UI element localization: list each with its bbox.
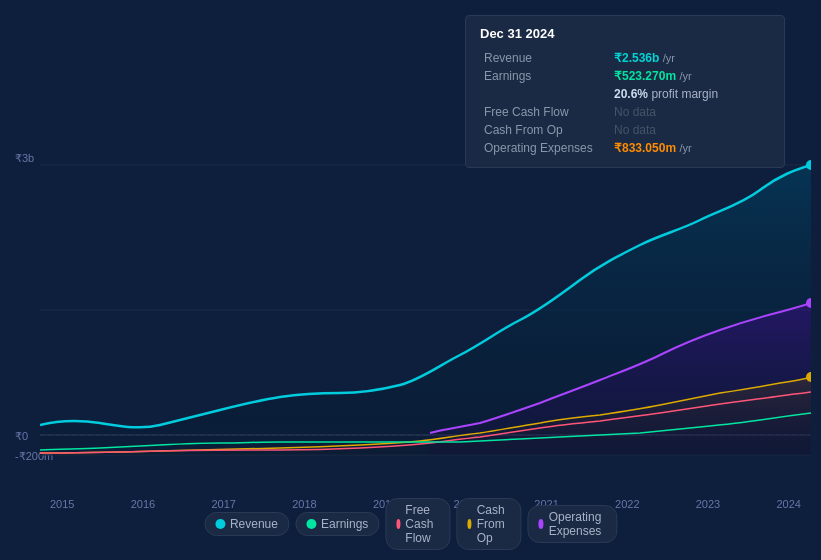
fcf-row: Free Cash Flow No data	[480, 103, 770, 121]
x-label-2023: 2023	[696, 498, 720, 510]
x-label-2024: 2024	[776, 498, 800, 510]
revenue-row: Revenue ₹2.536b /yr	[480, 49, 770, 67]
cashfromop-value: No data	[610, 121, 770, 139]
legend-label-opex: Operating Expenses	[549, 510, 606, 538]
legend-earnings[interactable]: Earnings	[295, 512, 379, 536]
legend-dot-revenue	[215, 519, 225, 529]
revenue-label: Revenue	[480, 49, 610, 67]
margin-value: 20.6% profit margin	[610, 85, 770, 103]
legend-label-cashfromop: Cash From Op	[477, 503, 511, 545]
x-label-2015: 2015	[50, 498, 74, 510]
chart-svg	[40, 155, 811, 465]
data-card: Dec 31 2024 Revenue ₹2.536b /yr Earnings…	[465, 15, 785, 168]
earnings-value: ₹523.270m /yr	[610, 67, 770, 85]
legend-revenue[interactable]: Revenue	[204, 512, 289, 536]
earnings-row: Earnings ₹523.270m /yr	[480, 67, 770, 85]
legend-label-fcf: Free Cash Flow	[405, 503, 439, 545]
opex-row: Operating Expenses ₹833.050m /yr	[480, 139, 770, 157]
margin-label	[480, 85, 610, 103]
legend-dot-earnings	[306, 519, 316, 529]
card-table: Revenue ₹2.536b /yr Earnings ₹523.270m /…	[480, 49, 770, 157]
legend-dot-fcf	[396, 519, 400, 529]
cashfromop-label: Cash From Op	[480, 121, 610, 139]
y-label-0: ₹0	[15, 430, 28, 443]
earnings-label: Earnings	[480, 67, 610, 85]
legend: Revenue Earnings Free Cash Flow Cash Fro…	[204, 498, 617, 550]
cashfromop-row: Cash From Op No data	[480, 121, 770, 139]
y-label-3b: ₹3b	[15, 152, 34, 165]
legend-dot-opex	[538, 519, 543, 529]
legend-label-earnings: Earnings	[321, 517, 368, 531]
legend-label-revenue: Revenue	[230, 517, 278, 531]
opex-label: Operating Expenses	[480, 139, 610, 157]
fcf-value: No data	[610, 103, 770, 121]
card-date: Dec 31 2024	[480, 26, 770, 41]
opex-value: ₹833.050m /yr	[610, 139, 770, 157]
x-label-2022: 2022	[615, 498, 639, 510]
margin-row: 20.6% profit margin	[480, 85, 770, 103]
legend-fcf[interactable]: Free Cash Flow	[385, 498, 450, 550]
fcf-label: Free Cash Flow	[480, 103, 610, 121]
legend-opex[interactable]: Operating Expenses	[527, 505, 617, 543]
x-label-2016: 2016	[131, 498, 155, 510]
revenue-value: ₹2.536b /yr	[610, 49, 770, 67]
chart-container: Dec 31 2024 Revenue ₹2.536b /yr Earnings…	[0, 0, 821, 560]
legend-cashfromop[interactable]: Cash From Op	[456, 498, 521, 550]
legend-dot-cashfromop	[467, 519, 471, 529]
